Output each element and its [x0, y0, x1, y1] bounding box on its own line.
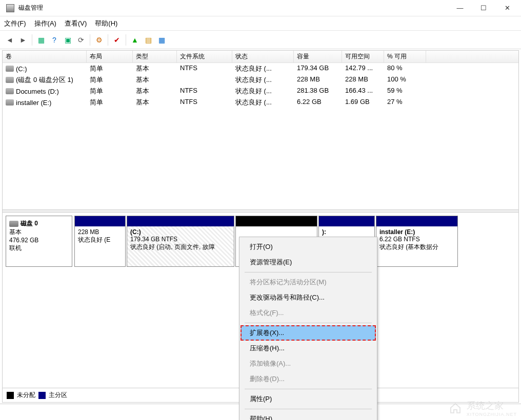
house-icon [448, 402, 463, 414]
ctx-change-letter[interactable]: 更改驱动器号和路径(C)... [241, 290, 376, 305]
ctx-extend[interactable]: 扩展卷(X)... [241, 325, 376, 341]
volume-row[interactable]: installer (E:)简单基本NTFS状态良好 (...6.22 GB1.… [3, 97, 518, 108]
menu-help[interactable]: 帮助(H) [95, 19, 117, 28]
col-pctfree[interactable]: % 可用 [384, 51, 426, 62]
settings-icon[interactable]: ⚙ [93, 34, 105, 46]
partition-sub: 228 MB [78, 228, 122, 236]
volume-layout: 简单 [87, 86, 133, 97]
volume-status: 状态良好 (... [232, 86, 294, 97]
col-layout[interactable]: 布局 [87, 51, 133, 62]
legend-unalloc: 未分配 [17, 391, 35, 400]
volume-row[interactable]: (C:)简单基本NTFS状态良好 (...179.34 GB142.79 ...… [3, 63, 518, 74]
watermark-text: 系统之家 [467, 400, 517, 412]
watermark: 系统之家 XITONGZHIJIA.NET [448, 400, 517, 417]
partition[interactable]: 228 MB状态良好 (E [74, 216, 126, 267]
volume-type: 基本 [133, 63, 177, 74]
volume-icon [6, 66, 14, 72]
volume-row[interactable]: Documets (D:)简单基本NTFS状态良好 (...281.38 GB1… [3, 86, 518, 97]
back-icon[interactable]: ◄ [4, 34, 15, 46]
maximize-button[interactable]: ☐ [472, 0, 495, 16]
volume-name: (C:) [16, 65, 27, 73]
partition-body: 228 MB状态良好 (E [75, 226, 125, 266]
volume-icon [6, 77, 14, 83]
volume-name: Documets (D:) [16, 88, 59, 95]
ctx-shrink[interactable]: 压缩卷(H)... [241, 341, 376, 356]
volume-list: 卷 布局 类型 文件系统 状态 容量 可用空间 % 可用 (C:)简单基本NTF… [3, 51, 518, 209]
partition-bar [319, 216, 374, 226]
partition[interactable]: (C:)179.34 GB NTFS状态良好 (启动, 页面文件, 故障 [127, 216, 234, 267]
volume-name: (磁盘 0 磁盘分区 1) [16, 75, 73, 85]
close-button[interactable]: ✕ [495, 0, 519, 16]
disk-name: 磁盘 0 [21, 219, 38, 228]
menu-file[interactable]: 文件(F) [4, 19, 26, 28]
volume-capacity: 228 MB [294, 74, 342, 86]
partition-bar [75, 216, 125, 226]
volume-status: 状态良好 (... [232, 74, 294, 86]
volume-free: 1.69 GB [342, 97, 384, 108]
volume-layout: 简单 [87, 74, 133, 86]
ctx-format: 格式化(F)... [241, 305, 376, 321]
volume-capacity: 179.34 GB [294, 63, 342, 74]
legend-primary: 主分区 [49, 391, 67, 400]
col-free[interactable]: 可用空间 [342, 51, 384, 62]
volume-layout: 简单 [87, 63, 133, 74]
disk-size: 476.92 GB [9, 237, 69, 244]
volume-type: 基本 [133, 86, 177, 97]
grid-icon[interactable]: ▦ [156, 34, 167, 46]
minimize-button[interactable]: — [448, 0, 472, 16]
ctx-mark-active: 将分区标记为活动分区(M) [241, 275, 376, 290]
volume-name: installer (E:) [16, 99, 51, 107]
partition-stat: 状态良好 (E [78, 236, 122, 244]
list-icon[interactable]: ▤ [143, 34, 154, 46]
col-capacity[interactable]: 容量 [294, 51, 342, 62]
ctx-help[interactable]: 帮助(H) [241, 411, 376, 420]
forward-icon[interactable]: ► [17, 34, 29, 46]
ctx-explorer[interactable]: 资源管理器(E) [241, 255, 376, 270]
col-volume[interactable]: 卷 [3, 51, 87, 62]
up-icon[interactable]: ▲ [129, 34, 141, 46]
partition-bar [236, 216, 317, 226]
volume-free: 166.43 ... [342, 86, 384, 97]
window-title: 磁盘管理 [18, 4, 448, 12]
ctx-delete: 删除卷(D)... [241, 371, 376, 387]
refresh-icon[interactable]: ⟳ [75, 34, 87, 46]
volume-icon [6, 99, 14, 106]
menu-view[interactable]: 查看(V) [65, 19, 87, 28]
volume-type: 基本 [133, 97, 177, 108]
partition[interactable]: installer (E:)6.22 GB NTFS状态良好 (基本数据分 [376, 216, 458, 267]
menubar: 文件(F) 操作(A) 查看(V) 帮助(H) [0, 16, 521, 31]
volume-icon [6, 88, 14, 94]
col-status[interactable]: 状态 [232, 51, 294, 62]
ctx-add-mirror: 添加镜像(A)... [241, 356, 376, 371]
list-header: 卷 布局 类型 文件系统 状态 容量 可用空间 % 可用 [3, 51, 518, 63]
volume-fs [177, 74, 232, 86]
partition-stat: 状态良好 (基本数据分 [379, 243, 454, 251]
disk-info[interactable]: 磁盘 0 基本 476.92 GB 联机 [6, 216, 72, 267]
partition-label: ): [322, 228, 371, 236]
partition-label: installer (E:) [379, 228, 454, 236]
watermark-sub: XITONGZHIJIA.NET [467, 412, 517, 417]
legend-unalloc-swatch [7, 392, 14, 399]
volume-row[interactable]: (磁盘 0 磁盘分区 1)简单基本状态良好 (...228 MB228 MB10… [3, 74, 518, 86]
check-icon[interactable]: ✔ [111, 34, 123, 46]
partition-bar [376, 216, 457, 226]
help-icon[interactable]: ? [49, 34, 60, 46]
volume-free: 142.79 ... [342, 63, 384, 74]
toolbar: ◄ ► ▦ ? ▣ ⟳ ⚙ ✔ ▲ ▤ ▦ [0, 31, 521, 49]
partition-body: installer (E:)6.22 GB NTFS状态良好 (基本数据分 [376, 226, 457, 266]
legend-primary-swatch [38, 392, 46, 399]
col-fs[interactable]: 文件系统 [177, 51, 232, 62]
titlebar: 磁盘管理 — ☐ ✕ [0, 0, 521, 16]
ctx-open[interactable]: 打开(O) [241, 239, 376, 255]
volume-pct: 80 % [384, 63, 426, 74]
partition-bar [127, 216, 234, 226]
col-type[interactable]: 类型 [133, 51, 177, 62]
volume-fs: NTFS [177, 86, 232, 97]
columns-icon[interactable]: ▦ [35, 34, 47, 46]
ctx-properties[interactable]: 属性(P) [241, 391, 376, 407]
volume-fs: NTFS [177, 63, 232, 74]
menu-action[interactable]: 操作(A) [34, 19, 56, 28]
export-icon[interactable]: ▣ [62, 34, 73, 46]
volume-free: 228 MB [342, 74, 384, 86]
context-menu: 打开(O) 资源管理器(E) 将分区标记为活动分区(M) 更改驱动器号和路径(C… [239, 237, 377, 420]
